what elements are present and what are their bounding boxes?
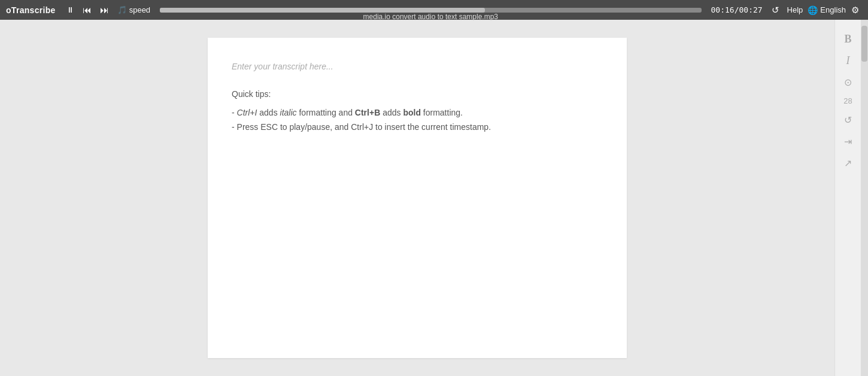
italic-button[interactable]: I bbox=[839, 51, 858, 70]
progress-bar-container[interactable]: media.io convert audio to text sample.mp… bbox=[160, 8, 701, 13]
tip1-line: - Ctrl+I adds italic formatting and Ctrl… bbox=[232, 106, 603, 120]
tip1-text2: formatting. bbox=[421, 108, 463, 117]
language-selector[interactable]: 🌐 English bbox=[808, 5, 846, 15]
speed-icon: 🎵 bbox=[117, 5, 127, 14]
main-area: Enter your transcript here... Quick tips… bbox=[0, 20, 868, 376]
speed-button[interactable]: 🎵 speed bbox=[117, 5, 150, 14]
import-button[interactable]: ⇥ bbox=[839, 132, 858, 151]
transcript-paper[interactable]: Enter your transcript here... Quick tips… bbox=[208, 38, 627, 358]
tip1-adds2: adds bbox=[380, 108, 403, 117]
transcript-placeholder: Enter your transcript here... bbox=[232, 62, 603, 71]
scrollbar[interactable] bbox=[861, 20, 868, 376]
playback-controls: ⏸ ⏮ ⏭ 🎵 speed bbox=[64, 4, 150, 16]
character-count: 28 bbox=[843, 94, 852, 108]
timestamp-icon: ⊙ bbox=[844, 77, 852, 88]
transcript-wrapper: Enter your transcript here... Quick tips… bbox=[0, 20, 834, 376]
quick-tips-heading: Quick tips: bbox=[232, 89, 603, 99]
brand-logo: oTranscribe bbox=[6, 5, 56, 15]
undo-button[interactable]: ↺ bbox=[839, 110, 858, 129]
topbar: oTranscribe ⏸ ⏮ ⏭ 🎵 speed media.io conve… bbox=[0, 0, 868, 20]
import-icon: ⇥ bbox=[844, 136, 852, 147]
pause-button[interactable]: ⏸ bbox=[64, 4, 77, 16]
scrollbar-thumb[interactable] bbox=[861, 26, 867, 62]
speed-label: speed bbox=[129, 5, 150, 14]
refresh-button[interactable]: ↺ bbox=[769, 4, 782, 17]
rewind-icon: ⏮ bbox=[83, 5, 92, 15]
settings-button[interactable]: ⚙ bbox=[848, 4, 862, 17]
bold-button[interactable]: B bbox=[839, 29, 858, 48]
help-link[interactable]: Help bbox=[782, 4, 808, 16]
bold-icon: B bbox=[844, 33, 851, 46]
rewind-button[interactable]: ⏮ bbox=[80, 4, 94, 16]
pause-icon: ⏸ bbox=[66, 5, 74, 14]
export-icon: ↗ bbox=[844, 157, 852, 169]
forward-icon: ⏭ bbox=[100, 5, 109, 15]
tip1-prefix: - bbox=[232, 108, 237, 117]
refresh-icon: ↺ bbox=[772, 5, 779, 15]
tip1-text1: formatting and bbox=[297, 108, 355, 117]
settings-icon: ⚙ bbox=[851, 5, 859, 15]
tip1-italic: italic bbox=[280, 108, 297, 117]
tip1-adds: adds bbox=[257, 108, 280, 117]
tip1-shortcut: Ctrl+I bbox=[237, 108, 257, 117]
progress-bar-fill bbox=[160, 8, 485, 13]
tip1-bold-shortcut: Ctrl+B bbox=[355, 108, 380, 117]
forward-button[interactable]: ⏭ bbox=[98, 4, 111, 16]
filename-label: media.io convert audio to text sample.mp… bbox=[363, 13, 498, 21]
undo-icon: ↺ bbox=[844, 114, 852, 126]
time-display: 00:16/00:27 bbox=[711, 5, 763, 14]
timestamp-button[interactable]: ⊙ bbox=[839, 72, 858, 92]
export-button[interactable]: ↗ bbox=[839, 153, 858, 172]
italic-icon: I bbox=[846, 54, 850, 67]
globe-icon: 🌐 bbox=[808, 5, 818, 15]
language-label: English bbox=[820, 5, 846, 14]
tip1-bold: bold bbox=[403, 108, 421, 117]
right-sidebar: B I ⊙ 28 ↺ ⇥ ↗ bbox=[834, 20, 861, 376]
tip2-line: - Press ESC to play/pause, and Ctrl+J to… bbox=[232, 120, 603, 135]
